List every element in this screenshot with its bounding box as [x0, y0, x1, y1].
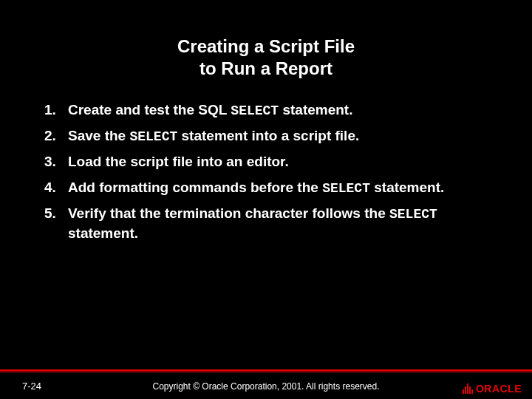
step-1-text-a: Create and test the SQL	[68, 102, 231, 117]
slide: Creating a Script File to Run a Report C…	[0, 0, 532, 399]
step-5-code: SELECT	[389, 207, 437, 222]
title-line-2: to Run a Report	[200, 58, 332, 78]
step-2: Save the SELECT statement into a script …	[44, 126, 488, 146]
step-5: Verify that the termination character fo…	[44, 204, 488, 244]
step-4-code: SELECT	[322, 181, 370, 196]
footer: 7-24 Copyright © Oracle Corporation, 200…	[0, 372, 532, 399]
copyright-text: Copyright © Oracle Corporation, 2001. Al…	[0, 381, 532, 392]
title-line-1: Creating a Script File	[177, 36, 355, 56]
step-1: Create and test the SQL SELECT statement…	[44, 100, 488, 120]
oracle-logo-bars-icon	[463, 383, 473, 394]
oracle-logo-text: ORACLE	[476, 383, 522, 395]
steps-list: Create and test the SQL SELECT statement…	[0, 93, 532, 244]
step-4-text-c: statement.	[370, 180, 444, 195]
step-2-text-a: Save the	[68, 128, 129, 143]
step-5-text-c: statement.	[68, 225, 138, 241]
step-1-code: SELECT	[231, 103, 279, 118]
step-2-text-c: statement into a script file.	[177, 128, 359, 143]
step-1-text-c: statement.	[279, 102, 352, 117]
step-4: Add formatting commands before the SELEC…	[44, 178, 488, 198]
step-4-text-a: Add formatting commands before the	[68, 180, 322, 195]
step-5-text-a: Verify that the termination character fo…	[68, 205, 389, 221]
oracle-logo: ORACLE	[463, 383, 522, 395]
step-3: Load the script file into an editor.	[44, 152, 488, 172]
slide-title: Creating a Script File to Run a Report	[0, 0, 532, 93]
step-3-text: Load the script file into an editor.	[68, 154, 289, 169]
step-2-code: SELECT	[129, 129, 177, 144]
